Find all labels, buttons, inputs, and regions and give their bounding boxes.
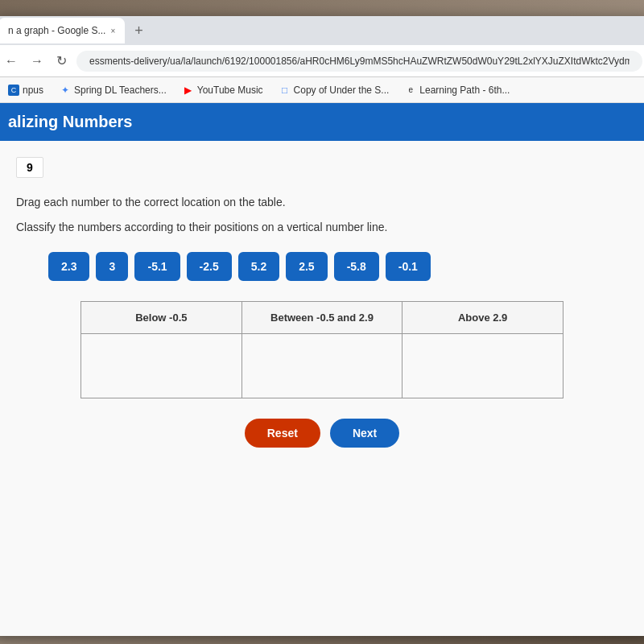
tiles-row: 2.3 3 -5.1 -2.5 5.2 2.5 -5.8 -0.1 bbox=[48, 252, 628, 281]
refresh-button[interactable]: ↻ bbox=[53, 50, 70, 72]
bookmark-learning-label: Learning Path - 6th... bbox=[419, 85, 510, 96]
table-header-below: Below -0.5 bbox=[81, 302, 242, 334]
campus-icon: C bbox=[8, 85, 19, 96]
tile-5[interactable]: 2.5 bbox=[286, 252, 327, 281]
table-cell-between[interactable] bbox=[242, 334, 402, 398]
browser-window: n a graph - Google S... × + ← → ↻ C npus… bbox=[0, 16, 644, 636]
instruction-2: Classify the numbers according to their … bbox=[16, 219, 628, 236]
back-button[interactable]: ← bbox=[2, 51, 21, 72]
url-input[interactable] bbox=[76, 51, 642, 72]
page-content: alizing Numbers 9 Drag each number to th… bbox=[0, 103, 644, 636]
bookmark-learning[interactable]: e Learning Path - 6th... bbox=[398, 81, 516, 99]
instruction-1: Drag each number to the correct location… bbox=[16, 194, 628, 211]
tile-4[interactable]: 5.2 bbox=[238, 252, 279, 281]
bookmark-campus[interactable]: C npus bbox=[2, 81, 50, 99]
table-cell-below[interactable] bbox=[81, 334, 242, 398]
classification-table: Below -0.5 Between -0.5 and 2.9 Above 2.… bbox=[80, 301, 564, 398]
bookmark-spring-label: Spring DL Teachers... bbox=[74, 85, 167, 96]
bookmark-spring[interactable]: ✦ Spring DL Teachers... bbox=[53, 81, 173, 99]
table-header-between: Between -0.5 and 2.9 bbox=[242, 302, 402, 334]
table-cell-above[interactable] bbox=[402, 334, 564, 398]
forward-button[interactable]: → bbox=[27, 51, 47, 72]
youtube-icon: ▶ bbox=[183, 85, 194, 96]
button-row: Reset Next bbox=[16, 419, 628, 448]
reset-button[interactable]: Reset bbox=[245, 419, 320, 448]
bookmark-copy[interactable]: □ Copy of Under the S... bbox=[273, 81, 396, 99]
address-bar: ← → ↻ bbox=[0, 45, 644, 77]
bookmark-youtube-label: YouTube Music bbox=[197, 85, 263, 96]
tile-2[interactable]: -5.1 bbox=[134, 252, 180, 281]
tile-6[interactable]: -5.8 bbox=[334, 252, 379, 281]
tab-label: n a graph - Google S... bbox=[8, 25, 105, 36]
question-number: 9 bbox=[16, 157, 43, 178]
table-row bbox=[81, 334, 564, 398]
tab-close-button[interactable]: × bbox=[110, 27, 115, 35]
bookmark-youtube[interactable]: ▶ YouTube Music bbox=[176, 81, 270, 99]
copy-icon: □ bbox=[279, 85, 291, 96]
next-button[interactable]: Next bbox=[330, 419, 399, 448]
spring-icon: ✦ bbox=[60, 85, 71, 96]
new-tab-button[interactable]: + bbox=[128, 23, 150, 39]
tile-0[interactable]: 2.3 bbox=[48, 252, 89, 281]
learning-icon: e bbox=[405, 85, 416, 96]
active-tab[interactable]: n a graph - Google S... × bbox=[0, 18, 125, 43]
bookmark-campus-label: npus bbox=[23, 85, 43, 96]
table-header-above: Above 2.9 bbox=[402, 302, 564, 334]
tile-1[interactable]: 3 bbox=[96, 252, 128, 281]
tab-bar: n a graph - Google S... × + bbox=[0, 16, 644, 45]
tile-3[interactable]: -2.5 bbox=[187, 252, 232, 281]
tile-7[interactable]: -0.1 bbox=[386, 252, 431, 281]
main-content: 9 Drag each number to the correct locati… bbox=[0, 141, 644, 636]
bookmark-copy-label: Copy of Under the S... bbox=[294, 85, 390, 96]
app-header: alizing Numbers bbox=[0, 103, 644, 141]
app-header-title: alizing Numbers bbox=[8, 113, 132, 130]
bookmarks-bar: C npus ✦ Spring DL Teachers... ▶ YouTube… bbox=[0, 77, 644, 103]
